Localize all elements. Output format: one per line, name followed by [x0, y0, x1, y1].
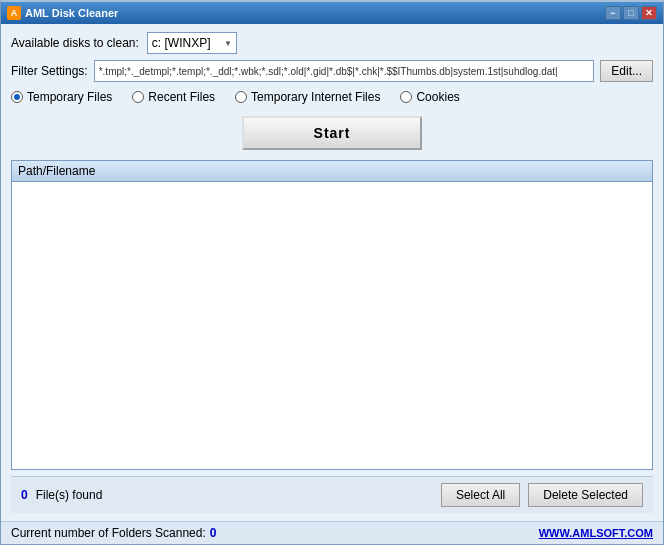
minimize-button[interactable]: − — [605, 6, 621, 20]
radio-temporary-files-label: Temporary Files — [27, 90, 112, 104]
content-area: Available disks to clean: c: [WINXP] ▼ F… — [1, 24, 663, 521]
radio-cookies-circle — [400, 91, 412, 103]
radio-cookies[interactable]: Cookies — [400, 90, 459, 104]
main-window: A AML Disk Cleaner − □ ✕ Available disks… — [0, 0, 664, 545]
window-controls: − □ ✕ — [605, 6, 657, 20]
delete-selected-button[interactable]: Delete Selected — [528, 483, 643, 507]
start-button[interactable]: Start — [242, 116, 422, 150]
select-all-button[interactable]: Select All — [441, 483, 520, 507]
start-btn-row: Start — [11, 112, 653, 154]
file-list-column-header: Path/Filename — [18, 164, 95, 178]
radio-row: Temporary Files Recent Files Temporary I… — [11, 88, 653, 106]
folders-scanned-label: Current number of Folders Scanned: — [11, 526, 206, 540]
filter-label: Filter Settings: — [11, 64, 88, 78]
radio-internet-files-circle — [235, 91, 247, 103]
website-link[interactable]: WWW.AMLSOFT.COM — [539, 527, 653, 539]
available-label: Available disks to clean: — [11, 36, 139, 50]
radio-temporary-files-circle — [11, 91, 23, 103]
file-count: 0 — [21, 488, 28, 502]
file-list-header: Path/Filename — [12, 161, 652, 182]
maximize-button[interactable]: □ — [623, 6, 639, 20]
radio-recent-files-circle — [132, 91, 144, 103]
filter-row: Filter Settings: *.tmpl;*._detmpl;*.temp… — [11, 60, 653, 82]
dropdown-arrow-icon: ▼ — [224, 39, 232, 48]
close-button[interactable]: ✕ — [641, 6, 657, 20]
bottom-bar: 0 File(s) found Select All Delete Select… — [11, 476, 653, 513]
status-bar: Current number of Folders Scanned: 0 WWW… — [1, 521, 663, 544]
files-found-label: File(s) found — [36, 488, 103, 502]
status-left: Current number of Folders Scanned: 0 — [11, 526, 216, 540]
filter-value: *.tmpl;*._detmpl;*.templ;*._ddl;*.wbk;*.… — [99, 66, 558, 77]
disk-dropdown[interactable]: c: [WINXP] ▼ — [147, 32, 237, 54]
radio-recent-files[interactable]: Recent Files — [132, 90, 215, 104]
file-list-body[interactable] — [12, 182, 652, 469]
folders-scanned-count: 0 — [210, 526, 217, 540]
title-bar: A AML Disk Cleaner − □ ✕ — [1, 2, 663, 24]
radio-temporary-files[interactable]: Temporary Files — [11, 90, 112, 104]
title-bar-left: A AML Disk Cleaner — [7, 6, 118, 20]
filter-input[interactable]: *.tmpl;*._detmpl;*.templ;*._ddl;*.wbk;*.… — [94, 60, 595, 82]
app-icon: A — [7, 6, 21, 20]
file-list-container: Path/Filename — [11, 160, 653, 470]
radio-cookies-label: Cookies — [416, 90, 459, 104]
disk-row: Available disks to clean: c: [WINXP] ▼ — [11, 32, 653, 54]
radio-recent-files-label: Recent Files — [148, 90, 215, 104]
radio-internet-files[interactable]: Temporary Internet Files — [235, 90, 380, 104]
disk-value: c: [WINXP] — [152, 36, 211, 50]
edit-button[interactable]: Edit... — [600, 60, 653, 82]
radio-internet-files-label: Temporary Internet Files — [251, 90, 380, 104]
window-title: AML Disk Cleaner — [25, 7, 118, 19]
